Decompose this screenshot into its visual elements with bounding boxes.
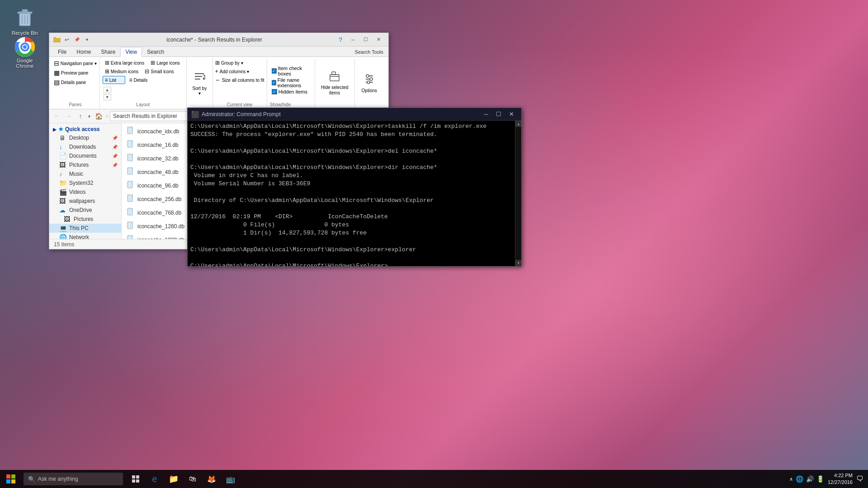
tab-view[interactable]: View xyxy=(120,47,142,57)
store-button[interactable]: 🛍 xyxy=(184,470,202,488)
task-view-button[interactable] xyxy=(127,470,145,488)
group-by-button[interactable]: ⊞ Group by ▾ xyxy=(213,59,245,67)
undo-icon[interactable]: ↩ xyxy=(63,36,71,44)
layout-chevron-up[interactable]: ▲ xyxy=(104,87,111,93)
svg-rect-20 xyxy=(332,72,335,75)
start-button[interactable] xyxy=(0,470,22,488)
taskbar: 🔍 Ask me anything e 📁 🛍 🦊 📺 ∧ 🌐 xyxy=(0,470,868,488)
this-pc-icon: 💻 xyxy=(59,225,66,232)
sidebar-item-network[interactable]: 🌐 Network xyxy=(49,233,121,239)
extra-large-icons-button[interactable]: ⊞ Extra large icons xyxy=(103,59,146,67)
size-all-columns-button[interactable]: ↔ Size all columns to fit xyxy=(213,76,267,84)
svg-rect-38 xyxy=(132,168,133,169)
tab-file[interactable]: File xyxy=(53,47,71,56)
sidebar-item-wallpapers[interactable]: 🖼 wallpapers xyxy=(49,197,121,206)
svg-rect-53 xyxy=(132,235,133,237)
nav-back-button[interactable]: ← xyxy=(52,111,62,121)
taskbar-search[interactable]: 🔍 Ask me anything xyxy=(24,473,123,485)
file-name-extensions-row[interactable]: File name extensions xyxy=(272,77,313,88)
sidebar-item-music[interactable]: ♪ Music xyxy=(49,169,121,178)
details-button[interactable]: ≡ Details xyxy=(127,76,150,84)
music-icon: ♪ xyxy=(59,170,66,178)
svg-rect-75 xyxy=(11,479,15,483)
tab-search-tools[interactable]: Search Tools xyxy=(350,47,388,56)
file-icon xyxy=(127,154,135,164)
window-controls: ? ─ ☐ ✕ xyxy=(334,35,385,45)
network-tray-icon[interactable]: 🌐 xyxy=(796,475,803,483)
cmd-maximize-button[interactable]: ☐ xyxy=(492,109,505,119)
extra-button[interactable]: 📺 xyxy=(222,470,240,488)
chrome-label: Google Chrome xyxy=(9,58,41,69)
svg-rect-76 xyxy=(132,475,135,479)
svg-rect-41 xyxy=(132,181,133,183)
chevron-icon[interactable]: ∧ xyxy=(789,476,793,482)
cmd-close-button[interactable]: ✕ xyxy=(505,109,518,119)
minimize-button[interactable]: ─ xyxy=(347,35,359,45)
panes-label: Panes xyxy=(69,101,81,107)
onedrive-icon: ☁ xyxy=(59,206,66,214)
sidebar-item-downloads[interactable]: ↓ Downloads 📌 xyxy=(49,142,121,151)
sort-by-button[interactable]: Sort by ▾ xyxy=(189,69,210,97)
add-columns-button[interactable]: + Add columns ▾ xyxy=(213,67,252,75)
scroll-up-button[interactable]: ▲ xyxy=(515,121,521,127)
cmd-body: C:\Users\admin\AppData\Local\Microsoft\W… xyxy=(188,121,521,266)
file-icon xyxy=(127,127,135,136)
help-button[interactable]: ? xyxy=(334,35,347,45)
list-button[interactable]: ≡ List xyxy=(103,76,125,84)
nav-up-button[interactable]: ↑ xyxy=(75,111,85,121)
small-icons-button[interactable]: ⊟ Small icons xyxy=(142,67,176,75)
dropdown-icon[interactable]: ▾ xyxy=(83,36,91,44)
sidebar-item-system32[interactable]: 📁 System32 xyxy=(49,178,121,188)
details-pane-button[interactable]: ▤ Details pane xyxy=(52,78,89,87)
file-icon xyxy=(127,235,135,239)
large-icons-button[interactable]: ⊞ Large icons xyxy=(148,59,182,67)
cmd-content[interactable]: C:\Users\admin\AppData\Local\Microsoft\W… xyxy=(188,121,515,266)
volume-icon[interactable]: 🔊 xyxy=(806,475,814,483)
file-icon xyxy=(127,221,135,231)
preview-pane-button[interactable]: ▦ Preview pane xyxy=(52,68,91,77)
close-button[interactable]: ✕ xyxy=(372,35,385,45)
taskbar-pinned-icons: e 📁 🛍 🦊 📺 xyxy=(127,470,240,488)
svg-point-26 xyxy=(367,81,370,84)
navigation-pane-button[interactable]: ⊟ Navigation pane ▾ xyxy=(52,59,99,68)
quick-access-header[interactable]: ▶ ★ Quick access xyxy=(49,125,121,133)
tab-home[interactable]: Home xyxy=(71,47,96,56)
hide-selected-items-button[interactable]: Hide selected items xyxy=(318,69,352,97)
videos-icon: 🎬 xyxy=(59,188,66,196)
options-button[interactable]: Options xyxy=(358,70,381,95)
sidebar-item-pictures2[interactable]: 🖼 Pictures xyxy=(49,215,121,224)
desktop: Recycle Bin Google Chrome ↩ 📌 ▾ xyxy=(0,0,868,488)
sidebar-item-this-pc[interactable]: 💻 This PC xyxy=(49,224,121,233)
layout-chevron-down[interactable]: ▼ xyxy=(104,94,111,100)
tab-share[interactable]: Share xyxy=(96,47,120,56)
cmd-scrollbar[interactable]: ▲ ▼ xyxy=(515,121,521,266)
clock[interactable]: 4:22 PM 12/27/2016 xyxy=(828,472,853,486)
nav-recent-button[interactable]: ▾ xyxy=(87,113,91,120)
edge-button[interactable]: e xyxy=(146,470,164,488)
file-explorer-taskbar-button[interactable]: 📁 xyxy=(165,470,183,488)
scroll-down-button[interactable]: ▼ xyxy=(515,260,521,266)
firefox-button[interactable]: 🦊 xyxy=(203,470,221,488)
svg-point-24 xyxy=(366,75,369,77)
sort-label: Sort by ▾ xyxy=(192,86,208,96)
hidden-items-row[interactable]: Hidden items xyxy=(272,89,313,94)
sidebar-item-pictures[interactable]: 🖼 Pictures 📌 xyxy=(49,160,121,169)
tab-search[interactable]: Search xyxy=(142,47,169,56)
sidebar-item-onedrive[interactable]: ☁ OneDrive xyxy=(49,206,121,215)
cmd-minimize-button[interactable]: ─ xyxy=(480,109,492,119)
item-check-boxes-row[interactable]: Item check boxes xyxy=(272,66,313,76)
sidebar-item-videos[interactable]: 🎬 Videos xyxy=(49,188,121,197)
sidebar-item-desktop[interactable]: 🖥 Desktop 📌 xyxy=(49,133,121,142)
chrome-desktop-icon[interactable]: Google Chrome xyxy=(9,36,41,69)
sidebar-item-documents[interactable]: 📄 Documents 📌 xyxy=(49,151,121,160)
scroll-track[interactable] xyxy=(515,127,521,260)
pin-icon: 📌 xyxy=(112,136,118,141)
nav-forward-button[interactable]: → xyxy=(64,111,74,121)
file-name: iconcache_idx.db xyxy=(137,128,179,135)
show-hide-group: Item check boxes File name extensions Hi… xyxy=(267,58,387,108)
medium-icons-button[interactable]: ⊞ Medium icons xyxy=(103,67,141,75)
maximize-button[interactable]: ☐ xyxy=(359,35,372,45)
star-icon: ★ xyxy=(58,126,63,132)
notification-icon[interactable]: 🗨 xyxy=(856,475,863,483)
recycle-bin-icon[interactable]: Recycle Bin xyxy=(9,7,41,36)
